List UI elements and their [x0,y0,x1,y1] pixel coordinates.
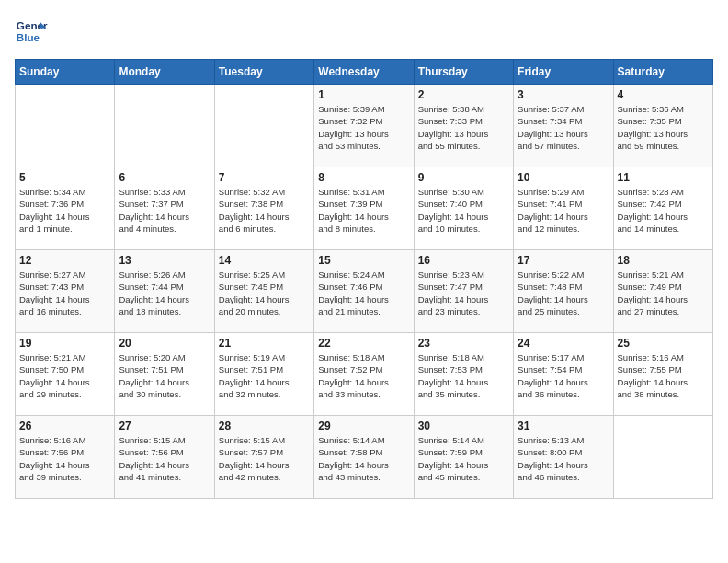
day-info: Sunrise: 5:24 AM Sunset: 7:46 PM Dayligh… [318,269,409,317]
header-sunday: Sunday [16,60,115,85]
day-info: Sunrise: 5:31 AM Sunset: 7:39 PM Dayligh… [318,186,409,235]
day-cell: 22Sunrise: 5:18 AM Sunset: 7:52 PM Dayli… [314,333,414,416]
day-cell: 4Sunrise: 5:36 AM Sunset: 7:35 PM Daylig… [613,85,712,167]
day-info: Sunrise: 5:13 AM Sunset: 8:00 PM Dayligh… [518,434,609,483]
header-friday: Friday [514,60,613,85]
day-number: 2 [418,88,509,101]
day-cell: 1Sunrise: 5:39 AM Sunset: 7:32 PM Daylig… [314,85,414,167]
day-number: 5 [19,171,110,184]
day-cell: 8Sunrise: 5:31 AM Sunset: 7:39 PM Daylig… [314,167,414,250]
day-number: 3 [518,88,609,101]
day-cell: 26Sunrise: 5:16 AM Sunset: 7:56 PM Dayli… [16,416,115,499]
day-cell: 5Sunrise: 5:34 AM Sunset: 7:36 PM Daylig… [16,167,115,250]
day-info: Sunrise: 5:30 AM Sunset: 7:40 PM Dayligh… [418,186,509,235]
day-info: Sunrise: 5:20 AM Sunset: 7:51 PM Dayligh… [119,351,210,400]
day-number: 7 [219,171,310,184]
logo: General Blue [15,15,51,48]
week-row-1: 1Sunrise: 5:39 AM Sunset: 7:32 PM Daylig… [16,85,713,167]
day-info: Sunrise: 5:34 AM Sunset: 7:36 PM Dayligh… [19,186,110,235]
day-info: Sunrise: 5:36 AM Sunset: 7:35 PM Dayligh… [618,103,709,152]
day-info: Sunrise: 5:16 AM Sunset: 7:56 PM Dayligh… [19,434,110,483]
header-monday: Monday [115,60,214,85]
day-cell: 3Sunrise: 5:37 AM Sunset: 7:34 PM Daylig… [514,85,613,167]
calendar-header-row: SundayMondayTuesdayWednesdayThursdayFrid… [16,60,713,85]
day-cell [16,85,115,167]
day-info: Sunrise: 5:25 AM Sunset: 7:45 PM Dayligh… [219,269,310,317]
day-info: Sunrise: 5:39 AM Sunset: 7:32 PM Dayligh… [318,103,409,152]
day-number: 16 [418,254,509,267]
day-number: 24 [518,337,609,350]
day-cell: 16Sunrise: 5:23 AM Sunset: 7:47 PM Dayli… [414,250,513,333]
day-number: 13 [119,254,210,267]
day-cell: 19Sunrise: 5:21 AM Sunset: 7:50 PM Dayli… [16,333,115,416]
day-info: Sunrise: 5:16 AM Sunset: 7:55 PM Dayligh… [618,351,709,400]
day-info: Sunrise: 5:17 AM Sunset: 7:54 PM Dayligh… [518,351,609,400]
page-header: General Blue [15,15,713,48]
header-saturday: Saturday [613,60,712,85]
day-info: Sunrise: 5:18 AM Sunset: 7:52 PM Dayligh… [318,351,409,400]
day-cell: 10Sunrise: 5:29 AM Sunset: 7:41 PM Dayli… [514,167,613,250]
day-info: Sunrise: 5:29 AM Sunset: 7:41 PM Dayligh… [518,186,609,235]
day-cell: 31Sunrise: 5:13 AM Sunset: 8:00 PM Dayli… [514,416,613,499]
day-cell: 29Sunrise: 5:14 AM Sunset: 7:58 PM Dayli… [314,416,414,499]
day-info: Sunrise: 5:14 AM Sunset: 7:58 PM Dayligh… [318,434,409,483]
svg-text:Blue: Blue [17,31,40,43]
day-cell: 2Sunrise: 5:38 AM Sunset: 7:33 PM Daylig… [414,85,513,167]
header-thursday: Thursday [414,60,513,85]
day-cell: 24Sunrise: 5:17 AM Sunset: 7:54 PM Dayli… [514,333,613,416]
day-number: 19 [19,337,110,350]
day-number: 20 [119,337,210,350]
day-number: 28 [219,419,310,432]
day-info: Sunrise: 5:18 AM Sunset: 7:53 PM Dayligh… [418,351,509,400]
day-cell: 6Sunrise: 5:33 AM Sunset: 7:37 PM Daylig… [115,167,214,250]
day-info: Sunrise: 5:38 AM Sunset: 7:33 PM Dayligh… [418,103,509,152]
day-info: Sunrise: 5:27 AM Sunset: 7:43 PM Dayligh… [19,269,110,317]
day-cell: 14Sunrise: 5:25 AM Sunset: 7:45 PM Dayli… [214,250,313,333]
day-number: 1 [318,88,409,101]
day-cell: 12Sunrise: 5:27 AM Sunset: 7:43 PM Dayli… [16,250,115,333]
day-info: Sunrise: 5:21 AM Sunset: 7:50 PM Dayligh… [19,351,110,400]
day-cell: 15Sunrise: 5:24 AM Sunset: 7:46 PM Dayli… [314,250,414,333]
header-tuesday: Tuesday [214,60,313,85]
day-number: 9 [418,171,509,184]
day-cell: 7Sunrise: 5:32 AM Sunset: 7:38 PM Daylig… [214,167,313,250]
day-number: 10 [518,171,609,184]
day-number: 25 [618,337,709,350]
day-cell: 9Sunrise: 5:30 AM Sunset: 7:40 PM Daylig… [414,167,513,250]
day-info: Sunrise: 5:23 AM Sunset: 7:47 PM Dayligh… [418,269,509,317]
day-cell: 28Sunrise: 5:15 AM Sunset: 7:57 PM Dayli… [214,416,313,499]
day-number: 11 [618,171,709,184]
day-number: 30 [418,419,509,432]
day-info: Sunrise: 5:15 AM Sunset: 7:57 PM Dayligh… [219,434,310,483]
week-row-2: 5Sunrise: 5:34 AM Sunset: 7:36 PM Daylig… [16,167,713,250]
day-number: 6 [119,171,210,184]
day-info: Sunrise: 5:26 AM Sunset: 7:44 PM Dayligh… [119,269,210,317]
day-cell: 11Sunrise: 5:28 AM Sunset: 7:42 PM Dayli… [613,167,712,250]
day-number: 26 [19,419,110,432]
day-info: Sunrise: 5:22 AM Sunset: 7:48 PM Dayligh… [518,269,609,317]
day-cell [115,85,214,167]
day-number: 12 [19,254,110,267]
day-info: Sunrise: 5:19 AM Sunset: 7:51 PM Dayligh… [219,351,310,400]
day-info: Sunrise: 5:14 AM Sunset: 7:59 PM Dayligh… [418,434,509,483]
week-row-3: 12Sunrise: 5:27 AM Sunset: 7:43 PM Dayli… [16,250,713,333]
day-cell: 20Sunrise: 5:20 AM Sunset: 7:51 PM Dayli… [115,333,214,416]
day-cell [613,416,712,499]
day-number: 14 [219,254,310,267]
day-number: 15 [318,254,409,267]
day-cell: 27Sunrise: 5:15 AM Sunset: 7:56 PM Dayli… [115,416,214,499]
day-number: 8 [318,171,409,184]
week-row-4: 19Sunrise: 5:21 AM Sunset: 7:50 PM Dayli… [16,333,713,416]
day-number: 4 [618,88,709,101]
day-number: 31 [518,419,609,432]
day-number: 21 [219,337,310,350]
day-cell: 13Sunrise: 5:26 AM Sunset: 7:44 PM Dayli… [115,250,214,333]
day-info: Sunrise: 5:15 AM Sunset: 7:56 PM Dayligh… [119,434,210,483]
day-number: 18 [618,254,709,267]
day-info: Sunrise: 5:21 AM Sunset: 7:49 PM Dayligh… [618,269,709,317]
day-number: 17 [518,254,609,267]
week-row-5: 26Sunrise: 5:16 AM Sunset: 7:56 PM Dayli… [16,416,713,499]
day-cell: 25Sunrise: 5:16 AM Sunset: 7:55 PM Dayli… [613,333,712,416]
day-cell: 17Sunrise: 5:22 AM Sunset: 7:48 PM Dayli… [514,250,613,333]
day-info: Sunrise: 5:33 AM Sunset: 7:37 PM Dayligh… [119,186,210,235]
